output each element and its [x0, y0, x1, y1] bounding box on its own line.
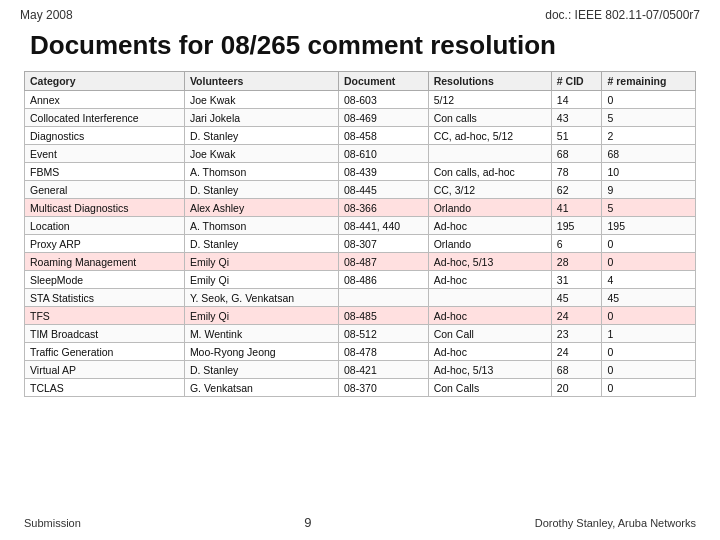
cell-remaining: 195 [602, 217, 696, 235]
page-title: Documents for 08/265 comment resolution [0, 26, 720, 71]
cell-resolutions: Con Calls [428, 379, 551, 397]
column-header-category: Category [25, 72, 185, 91]
cell-remaining: 2 [602, 127, 696, 145]
cell-volunteers: D. Stanley [184, 361, 338, 379]
cell-category: TIM Broadcast [25, 325, 185, 343]
cell-document [339, 289, 429, 307]
cell-volunteers: Joe Kwak [184, 145, 338, 163]
cell-resolutions [428, 145, 551, 163]
cell-category: Annex [25, 91, 185, 109]
cell-resolutions: Con Call [428, 325, 551, 343]
cell-cid: 24 [551, 307, 602, 325]
cell-remaining: 0 [602, 253, 696, 271]
footer-right: Dorothy Stanley, Aruba Networks [535, 517, 696, 529]
cell-remaining: 0 [602, 361, 696, 379]
cell-category: Traffic Generation [25, 343, 185, 361]
cell-remaining: 0 [602, 235, 696, 253]
cell-volunteers: Moo-Ryong Jeong [184, 343, 338, 361]
cell-document: 08-421 [339, 361, 429, 379]
cell-resolutions: Con calls [428, 109, 551, 127]
footer: Submission 9 Dorothy Stanley, Aruba Netw… [0, 507, 720, 534]
cell-cid: 78 [551, 163, 602, 181]
cell-category: FBMS [25, 163, 185, 181]
column-header-document: Document [339, 72, 429, 91]
cell-resolutions [428, 289, 551, 307]
cell-volunteers: D. Stanley [184, 127, 338, 145]
cell-document: 08-486 [339, 271, 429, 289]
cell-remaining: 0 [602, 307, 696, 325]
cell-remaining: 0 [602, 343, 696, 361]
cell-resolutions: CC, ad-hoc, 5/12 [428, 127, 551, 145]
cell-remaining: 68 [602, 145, 696, 163]
header-left: May 2008 [20, 8, 73, 22]
cell-resolutions: Ad-hoc [428, 343, 551, 361]
column-header-volunteers: Volunteers [184, 72, 338, 91]
cell-remaining: 9 [602, 181, 696, 199]
cell-category: Event [25, 145, 185, 163]
cell-resolutions: Con calls, ad-hoc [428, 163, 551, 181]
table-row: TFSEmily Qi08-485Ad-hoc240 [25, 307, 696, 325]
cell-volunteers: A. Thomson [184, 163, 338, 181]
cell-category: Location [25, 217, 185, 235]
cell-remaining: 10 [602, 163, 696, 181]
footer-center: 9 [304, 515, 311, 530]
cell-remaining: 45 [602, 289, 696, 307]
cell-document: 08-439 [339, 163, 429, 181]
cell-cid: 62 [551, 181, 602, 199]
cell-cid: 41 [551, 199, 602, 217]
cell-volunteers: D. Stanley [184, 181, 338, 199]
table-row: Multicast DiagnosticsAlex Ashley08-366Or… [25, 199, 696, 217]
cell-category: General [25, 181, 185, 199]
cell-document: 08-610 [339, 145, 429, 163]
cell-remaining: 1 [602, 325, 696, 343]
table-row: Proxy ARPD. Stanley08-307Orlando60 [25, 235, 696, 253]
cell-category: TFS [25, 307, 185, 325]
cell-volunteers: G. Venkatsan [184, 379, 338, 397]
cell-document: 08-370 [339, 379, 429, 397]
cell-resolutions: Ad-hoc [428, 271, 551, 289]
cell-cid: 68 [551, 145, 602, 163]
cell-resolutions: Orlando [428, 235, 551, 253]
table-row: Virtual APD. Stanley08-421Ad-hoc, 5/1368… [25, 361, 696, 379]
cell-cid: 14 [551, 91, 602, 109]
cell-volunteers: A. Thomson [184, 217, 338, 235]
cell-cid: 51 [551, 127, 602, 145]
table-row: TCLASG. Venkatsan08-370Con Calls200 [25, 379, 696, 397]
cell-cid: 68 [551, 361, 602, 379]
cell-remaining: 4 [602, 271, 696, 289]
column-header---cid: # CID [551, 72, 602, 91]
cell-document: 08-441, 440 [339, 217, 429, 235]
cell-cid: 28 [551, 253, 602, 271]
main-table-container: CategoryVolunteersDocumentResolutions# C… [0, 71, 720, 397]
cell-document: 08-478 [339, 343, 429, 361]
column-header---remaining: # remaining [602, 72, 696, 91]
cell-cid: 45 [551, 289, 602, 307]
table-header-row: CategoryVolunteersDocumentResolutions# C… [25, 72, 696, 91]
cell-volunteers: Joe Kwak [184, 91, 338, 109]
cell-category: STA Statistics [25, 289, 185, 307]
table-row: EventJoe Kwak08-6106868 [25, 145, 696, 163]
table-row: Collocated InterferenceJari Jokela08-469… [25, 109, 696, 127]
cell-remaining: 5 [602, 109, 696, 127]
cell-cid: 31 [551, 271, 602, 289]
cell-resolutions: Ad-hoc [428, 307, 551, 325]
table-row: SleepModeEmily Qi08-486Ad-hoc314 [25, 271, 696, 289]
cell-remaining: 0 [602, 379, 696, 397]
cell-category: TCLAS [25, 379, 185, 397]
cell-remaining: 0 [602, 91, 696, 109]
cell-resolutions: 5/12 [428, 91, 551, 109]
table-row: Roaming ManagementEmily Qi08-487Ad-hoc, … [25, 253, 696, 271]
cell-volunteers: Jari Jokela [184, 109, 338, 127]
table-row: FBMSA. Thomson08-439Con calls, ad-hoc781… [25, 163, 696, 181]
cell-volunteers: Emily Qi [184, 307, 338, 325]
cell-volunteers: Alex Ashley [184, 199, 338, 217]
table-row: DiagnosticsD. Stanley08-458CC, ad-hoc, 5… [25, 127, 696, 145]
cell-document: 08-487 [339, 253, 429, 271]
header-right: doc.: IEEE 802.11-07/0500r7 [545, 8, 700, 22]
cell-document: 08-469 [339, 109, 429, 127]
data-table: CategoryVolunteersDocumentResolutions# C… [24, 71, 696, 397]
cell-cid: 195 [551, 217, 602, 235]
cell-category: Diagnostics [25, 127, 185, 145]
table-row: AnnexJoe Kwak08-6035/12140 [25, 91, 696, 109]
cell-document: 08-366 [339, 199, 429, 217]
